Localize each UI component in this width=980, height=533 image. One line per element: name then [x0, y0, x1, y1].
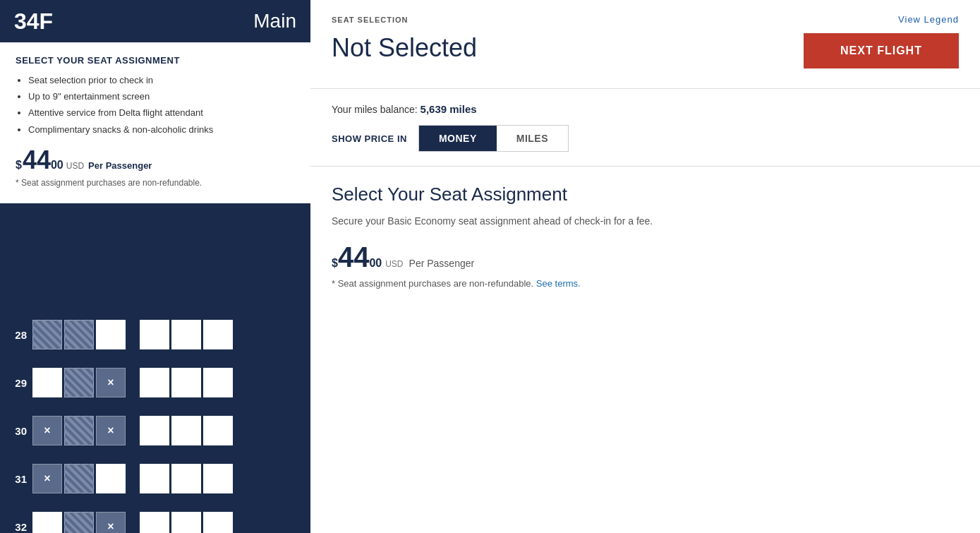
assign-title: Select Your Seat Assignment: [332, 184, 959, 205]
feature-item: Attentive service from Delta flight atte…: [28, 107, 295, 119]
tooltip-price: $ 44 00 USD Per Passenger: [16, 148, 295, 173]
seat-cell[interactable]: [203, 464, 233, 493]
next-flight-button[interactable]: NEXT FLIGHT: [804, 33, 959, 68]
seat-row-31: 31 ×: [0, 455, 310, 503]
seat-cell: ×: [96, 368, 126, 397]
seat-selection-header: SEAT SELECTION View Legend: [332, 14, 959, 25]
seat-rows-area: 28 29 ×: [0, 311, 310, 533]
assign-cents: 00: [369, 257, 382, 270]
seat-cell: ×: [32, 416, 62, 445]
seat-cell[interactable]: [64, 416, 94, 445]
selection-row: Not Selected NEXT FLIGHT: [332, 28, 959, 74]
seat-row-29: 29 ×: [0, 359, 310, 407]
seat-map-panel: 34F Main SELECT YOUR SEAT ASSIGNMENT Sea…: [0, 0, 310, 533]
tooltip-disclaimer: * Seat assignment purchases are non-refu…: [16, 177, 295, 189]
seat-row-28: 28: [0, 311, 310, 359]
miles-balance-label: Your miles balance:: [332, 104, 418, 115]
price-toggle: MONEY MILES: [418, 125, 569, 152]
seat-cell[interactable]: [96, 320, 126, 349]
seat-selection-label-text: SEAT SELECTION: [332, 16, 409, 24]
seat-cell[interactable]: [171, 464, 201, 493]
seat-cell[interactable]: [140, 416, 169, 445]
price-dollar: $: [16, 159, 22, 172]
view-legend-link[interactable]: View Legend: [898, 14, 959, 25]
assign-usd: USD: [385, 259, 403, 269]
seat-map-header: 34F Main: [0, 0, 310, 42]
feature-item: Seat selection prior to check in: [28, 74, 295, 87]
seat-cell: ×: [96, 512, 126, 533]
seat-cell[interactable]: [96, 464, 126, 493]
seat-cell[interactable]: [140, 464, 169, 493]
top-section: SEAT SELECTION View Legend Not Selected …: [310, 0, 980, 89]
feature-list: Seat selection prior to check in Up to 9…: [16, 74, 295, 136]
assign-desc: Secure your Basic Economy seat assignmen…: [332, 214, 959, 229]
assign-price: $ 44 00 USD Per Passenger: [332, 243, 959, 271]
assign-disclaimer: * Seat assignment purchases are non-refu…: [332, 278, 959, 289]
tooltip-title: SELECT YOUR SEAT ASSIGNMENT: [16, 55, 295, 66]
seat-cell[interactable]: [32, 320, 62, 349]
seat-cell[interactable]: [171, 416, 201, 445]
seat-row-30: 30 × ×: [0, 407, 310, 455]
assign-per-passenger: Per Passenger: [409, 258, 475, 269]
assign-section: Select Your Seat Assignment Secure your …: [310, 167, 980, 533]
feature-item: Complimentary snacks & non-alcoholic dri…: [28, 124, 295, 136]
seat-cell: ×: [96, 416, 126, 445]
assign-dollar: $: [332, 257, 338, 270]
seat-cell[interactable]: [64, 512, 94, 533]
seat-row-32: 32 ×: [0, 503, 310, 533]
seat-cell[interactable]: [64, 368, 94, 397]
see-terms-link[interactable]: See terms.: [536, 278, 581, 289]
price-usd: USD: [66, 161, 84, 171]
seat-cell[interactable]: [171, 368, 201, 397]
seat-tooltip: SELECT YOUR SEAT ASSIGNMENT Seat selecti…: [0, 42, 310, 203]
toggle-money[interactable]: MONEY: [419, 126, 497, 151]
seat-cell: ×: [32, 464, 62, 493]
show-price-row: SHOW PRICE IN MONEY MILES: [332, 125, 959, 152]
seat-cell[interactable]: [140, 512, 169, 533]
seat-cell[interactable]: [203, 368, 233, 397]
seat-cell[interactable]: [203, 416, 233, 445]
show-price-label: SHOW PRICE IN: [332, 133, 407, 144]
toggle-miles[interactable]: MILES: [497, 126, 568, 151]
miles-balance-value: 5,639 miles: [421, 103, 477, 115]
price-amount: 44: [23, 148, 51, 173]
disclaimer-text: * Seat assignment purchases are non-refu…: [332, 278, 533, 289]
price-cents: 00: [51, 159, 63, 172]
seat-cell[interactable]: [203, 512, 233, 533]
assign-amount: 44: [338, 243, 370, 271]
seat-cell[interactable]: [32, 368, 62, 397]
seat-id: 34F: [14, 8, 53, 35]
miles-balance: Your miles balance: 5,639 miles: [332, 103, 959, 115]
seat-cell[interactable]: [171, 320, 201, 349]
miles-section: Your miles balance: 5,639 miles SHOW PRI…: [310, 89, 980, 167]
seat-cell[interactable]: [64, 320, 94, 349]
not-selected-text: Not Selected: [332, 33, 477, 63]
seat-cell[interactable]: [203, 320, 233, 349]
price-per-passenger: Per Passenger: [88, 160, 152, 171]
right-panel: SEAT SELECTION View Legend Not Selected …: [310, 0, 980, 533]
feature-item: Up to 9" entertainment screen: [28, 90, 295, 103]
seat-cell[interactable]: [64, 464, 94, 493]
seat-cell[interactable]: [140, 320, 169, 349]
seat-cell[interactable]: [32, 512, 62, 533]
seat-cell[interactable]: [140, 368, 169, 397]
seat-cell[interactable]: [171, 512, 201, 533]
seat-class: Main: [253, 10, 296, 32]
